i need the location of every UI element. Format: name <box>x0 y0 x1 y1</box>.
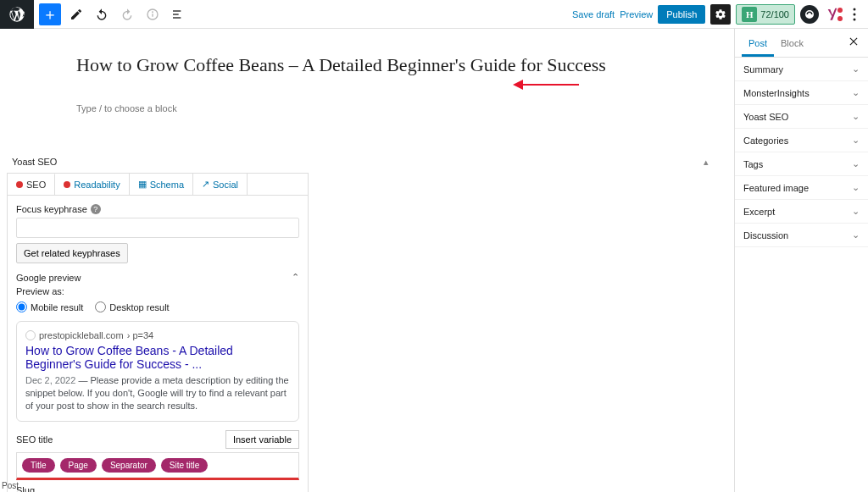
edit-tool-button[interactable] <box>66 4 86 25</box>
svg-point-8 <box>854 19 856 21</box>
chevron-down-icon: ⌄ <box>852 135 860 146</box>
yoast-tab-readability[interactable]: Readability <box>55 174 129 195</box>
seo-score-dot <box>16 181 23 188</box>
focus-keyphrase-label: Focus keyphrase ? <box>16 204 299 214</box>
chevron-down-icon: ⌄ <box>852 206 860 217</box>
insert-variable-button[interactable]: Insert variable <box>225 430 299 449</box>
slug-label: Slug <box>16 485 299 492</box>
svg-point-6 <box>854 8 856 11</box>
radio-mobile-result[interactable]: Mobile result <box>16 301 83 312</box>
top-toolbar: ＋ Save draft Preview Publish H 72/100 <box>0 0 868 29</box>
help-icon[interactable]: ? <box>91 204 101 214</box>
get-related-keyphrases-button[interactable]: Get related keyphrases <box>16 243 128 263</box>
headline-score-text: 72/100 <box>760 9 789 19</box>
status-bar: Post <box>2 481 19 490</box>
yoast-metabox: Yoast SEO ▴ SEO Readability ▦Schema ↗Soc… <box>0 148 721 492</box>
pill-title[interactable]: Title <box>22 458 55 473</box>
panel-monsterinsights[interactable]: MonsterInsights⌄ <box>735 81 868 105</box>
block-placeholder[interactable]: Type / to choose a block <box>76 103 792 113</box>
publish-button[interactable]: Publish <box>658 5 705 24</box>
chevron-down-icon: ⌄ <box>852 64 860 75</box>
headline-h-icon: H <box>742 7 757 22</box>
seo-title-label: SEO title <box>16 434 53 445</box>
schema-icon: ▦ <box>138 179 147 190</box>
snippet-url: prestopickleball.com › p=34 <box>25 330 290 340</box>
svg-rect-3 <box>173 10 181 11</box>
svg-point-7 <box>854 14 856 16</box>
snippet-title[interactable]: How to Grow Coffee Beans - A Detailed Be… <box>25 344 290 371</box>
settings-button[interactable] <box>710 4 731 25</box>
panel-categories[interactable]: Categories⌄ <box>735 129 868 152</box>
seo-title-input[interactable]: Title Page Separator Site title <box>16 452 299 480</box>
settings-sidebar: Post Block Summary⌄ MonsterInsights⌄ Yoa… <box>734 29 868 492</box>
annotation-arrow <box>513 76 581 93</box>
outline-button[interactable] <box>168 4 188 25</box>
chevron-down-icon: ⌄ <box>852 158 860 169</box>
undo-button[interactable] <box>92 4 112 25</box>
readability-score-dot <box>64 181 70 188</box>
google-snippet-preview: prestopickleball.com › p=34 How to Grow … <box>16 321 299 422</box>
chevron-down-icon: ⌄ <box>852 111 860 122</box>
pill-site-title[interactable]: Site title <box>161 458 209 473</box>
yoast-tabs: SEO Readability ▦Schema ↗Social <box>8 174 308 196</box>
svg-point-2 <box>153 12 153 13</box>
chevron-down-icon: ⌄ <box>852 229 860 240</box>
google-preview-heading: Google preview <box>16 273 81 283</box>
pill-separator[interactable]: Separator <box>102 458 156 473</box>
panel-discussion[interactable]: Discussion⌄ <box>735 224 868 247</box>
panel-summary[interactable]: Summary⌄ <box>735 58 868 81</box>
tab-post[interactable]: Post <box>742 29 774 57</box>
pill-page[interactable]: Page <box>60 458 97 473</box>
yoast-status-dot-readability <box>837 8 843 13</box>
monsterinsights-toolbar-icon[interactable] <box>800 5 819 24</box>
tab-block[interactable]: Block <box>774 29 810 57</box>
share-icon: ↗ <box>202 179 209 190</box>
snippet-description: Dec 2, 2022 — Please provide a meta desc… <box>25 374 290 412</box>
yoast-tab-schema[interactable]: ▦Schema <box>130 174 193 195</box>
yoast-section-title: Yoast SEO <box>12 157 57 168</box>
panel-yoast-seo[interactable]: Yoast SEO⌄ <box>735 105 868 129</box>
chevron-down-icon: ⌄ <box>852 87 860 98</box>
favicon-placeholder <box>25 330 36 340</box>
panel-featured-image[interactable]: Featured image⌄ <box>735 176 868 200</box>
chevron-down-icon: ⌄ <box>852 182 860 193</box>
svg-marker-10 <box>513 80 523 90</box>
yoast-toolbar-icon[interactable] <box>824 6 841 23</box>
yoast-tab-social[interactable]: ↗Social <box>193 174 248 195</box>
wordpress-icon <box>9 7 25 22</box>
panel-tags[interactable]: Tags⌄ <box>735 152 868 176</box>
redo-button[interactable] <box>117 4 137 25</box>
save-draft-link[interactable]: Save draft <box>572 9 615 19</box>
yoast-status-dot-seo <box>837 16 843 21</box>
wp-logo-button[interactable] <box>0 0 34 29</box>
yoast-toggle-icon[interactable]: ▴ <box>704 157 709 168</box>
info-button[interactable] <box>142 4 163 25</box>
radio-desktop-result[interactable]: Desktop result <box>95 301 169 312</box>
preview-link[interactable]: Preview <box>620 9 653 19</box>
options-button[interactable] <box>846 3 863 25</box>
collapse-google-preview[interactable]: ⌃ <box>292 272 299 283</box>
focus-keyphrase-input[interactable] <box>16 218 299 238</box>
svg-rect-5 <box>173 17 181 18</box>
svg-rect-4 <box>173 14 179 14</box>
add-block-button[interactable]: ＋ <box>39 3 61 25</box>
panel-excerpt[interactable]: Excerpt⌄ <box>735 200 868 224</box>
post-title[interactable]: How to Grow Coffee Beans – A Detailed Be… <box>76 54 792 76</box>
close-sidebar-button[interactable] <box>848 36 863 51</box>
yoast-tab-seo[interactable]: SEO <box>8 174 55 195</box>
preview-as-label: Preview as: <box>16 286 299 296</box>
headline-score-badge[interactable]: H 72/100 <box>736 4 795 25</box>
